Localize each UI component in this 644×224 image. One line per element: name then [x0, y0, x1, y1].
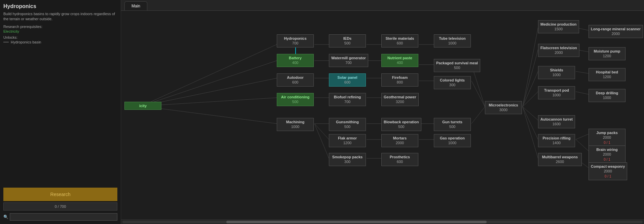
node-name-solar_panel: Solar panel: [331, 75, 364, 80]
tech-node-compact_weaponry[interactable]: Compact weaponry20000 / 1: [589, 162, 627, 180]
tech-node-gunsmithing[interactable]: Gunsmithing500: [329, 118, 366, 131]
tech-node-tube_tv[interactable]: Tube television1000: [434, 34, 471, 47]
scrollbar-container: [121, 219, 644, 224]
tech-node-long_range_scanner[interactable]: Long-range mineral scanner2000: [589, 25, 643, 38]
research-progress: 0 / 700: [3, 202, 117, 211]
search-input[interactable]: [10, 213, 117, 221]
right-panel: Main: [121, 0, 644, 224]
svg-line-32: [523, 107, 538, 120]
tech-node-hospital_bed[interactable]: Hospital bed1200: [589, 68, 626, 81]
tech-node-ieds[interactable]: IEDs500: [329, 34, 366, 47]
tech-node-shields[interactable]: Shields1000: [538, 66, 575, 79]
node-cost-gunsmithing: 500: [331, 124, 364, 129]
node-cost-gas_operation: 1000: [436, 140, 468, 145]
svg-line-40: [576, 139, 589, 151]
tech-node-blowback[interactable]: Blowback operation500: [381, 118, 421, 131]
tech-node-moisture_pump[interactable]: Moisture pump1200: [589, 47, 626, 60]
node-name-air_conditioning: Air conditioning: [279, 95, 311, 99]
node-name-colored_lights: Colored lights: [436, 78, 468, 83]
tech-node-watermill[interactable]: Watermill generator700: [329, 54, 368, 67]
node-name-multibarrel: Multibarrel weapons: [540, 155, 579, 159]
node-progress-brain_wiring: 0 / 1: [604, 158, 610, 161]
tech-node-precision_rifling[interactable]: Precision rifling1400: [538, 134, 575, 147]
tech-node-multibarrel[interactable]: Multibarrel weapons2600: [538, 153, 582, 166]
node-name-jump_packs: Jump packs: [591, 130, 623, 135]
prereq-electricity: Electricity: [3, 29, 117, 33]
node-cost-deep_drilling: 1000: [591, 95, 623, 100]
tech-node-gas_operation[interactable]: Gas operation1000: [434, 134, 471, 147]
node-name-tube_tv: Tube television: [436, 36, 468, 41]
node-cost-battery: 400: [279, 60, 311, 65]
scrollbar-thumb[interactable]: [226, 221, 487, 223]
node-name-hydroponics: Hydroponics: [279, 36, 311, 41]
tech-node-brain_wiring[interactable]: Brain wiring20000 / 1: [589, 146, 626, 163]
research-button[interactable]: Research: [3, 188, 117, 201]
node-cost-long_range_scanner: 2000: [591, 31, 641, 36]
tech-node-microelectronics[interactable]: Microelectronics3000: [485, 101, 522, 114]
tech-node-jump_packs[interactable]: Jump packs20000 / 1: [589, 129, 626, 147]
node-name-nutrient_paste: Nutrient paste: [384, 56, 416, 60]
tech-node-prosthetics[interactable]: Prosthetics600: [381, 153, 418, 166]
node-name-gas_operation: Gas operation: [436, 136, 468, 140]
unlock-item: Hydroponics basin: [3, 40, 117, 44]
node-name-medicine_prod: Medicine production: [540, 22, 577, 27]
node-cost-geothermal: 3200: [384, 99, 416, 104]
tech-description: Build hydroponics basins to rapidly grow…: [3, 11, 117, 22]
tech-node-machining[interactable]: Machining1000: [277, 118, 314, 131]
tech-node-electricity[interactable]: icity: [124, 102, 161, 110]
tech-node-nutrient_paste[interactable]: Nutrient paste400: [381, 54, 418, 67]
node-cost-mortars: 2000: [384, 140, 416, 145]
node-cost-air_conditioning: 500: [279, 99, 311, 104]
tech-node-medicine_prod[interactable]: Medicine production1500: [538, 20, 579, 33]
tech-node-mortars[interactable]: Mortars2000: [381, 134, 418, 147]
tech-node-flak_armor[interactable]: Flak armor1200: [329, 134, 366, 147]
tech-node-biofuel[interactable]: Biofuel refining700: [329, 93, 366, 106]
node-cost-biofuel: 700: [331, 99, 364, 104]
node-name-transport_pod: Transport pod: [540, 88, 573, 93]
svg-line-3: [141, 98, 277, 106]
tech-node-solar_panel[interactable]: Solar panel600: [329, 73, 366, 87]
tech-node-packaged_meal[interactable]: Packaged survival meal500: [434, 59, 480, 72]
tech-node-colored_lights[interactable]: Colored lights300: [434, 76, 471, 89]
node-name-mortars: Mortars: [384, 136, 416, 140]
tech-node-autocannon_turret[interactable]: Autocannon turret1600: [538, 115, 575, 128]
tech-node-battery[interactable]: Battery400: [277, 54, 314, 67]
unlocks-label: Unlocks:: [3, 35, 117, 39]
node-cost-shields: 1000: [540, 72, 573, 77]
tech-title: Hydroponics: [3, 3, 117, 9]
svg-line-12: [314, 124, 329, 158]
node-name-gunsmithing: Gunsmithing: [331, 120, 364, 124]
tech-node-flatscreen_tv[interactable]: Flatscreen television2000: [538, 44, 579, 57]
tech-node-smokepop[interactable]: Smokepop packs300: [329, 153, 366, 166]
node-cost-solar_panel: 600: [331, 80, 364, 85]
node-cost-transport_pod: 1000: [540, 93, 573, 97]
tech-node-hydroponics[interactable]: Hydroponics700: [277, 34, 314, 47]
node-name-biofuel: Biofuel refining: [331, 95, 364, 99]
node-name-autodoor: Autodoor: [279, 75, 311, 80]
tech-node-deep_drilling[interactable]: Deep drilling1000: [589, 89, 626, 102]
svg-line-26: [471, 81, 485, 107]
tech-node-gun_turrets[interactable]: Gun turrets500: [434, 118, 471, 131]
tech-node-sterile_mats[interactable]: Sterile materials600: [381, 34, 418, 47]
svg-line-37: [576, 71, 589, 73]
tech-node-transport_pod[interactable]: Transport pod1000: [538, 86, 575, 99]
svg-line-2: [141, 78, 277, 106]
node-cost-prosthetics: 600: [384, 159, 416, 164]
tech-node-air_conditioning[interactable]: Air conditioning500: [277, 93, 314, 106]
node-cost-jump_packs: 2000: [591, 135, 623, 140]
node-name-autocannon_turret: Autocannon turret: [540, 117, 573, 122]
tech-node-firefoam[interactable]: Firefoam800: [381, 73, 418, 87]
node-cost-autocannon_turret: 1600: [540, 122, 573, 126]
node-cost-colored_lights: 300: [436, 83, 468, 87]
node-name-shields: Shields: [540, 68, 573, 72]
tree-viewport: icityHydroponics700Battery400Autodoor600…: [121, 11, 644, 219]
tech-node-autodoor[interactable]: Autodoor600: [277, 73, 314, 87]
node-cost-moisture_pump: 1200: [591, 54, 623, 58]
node-cost-hydroponics: 700: [279, 41, 311, 45]
tab-main[interactable]: Main: [124, 1, 147, 10]
node-cost-multibarrel: 2600: [540, 159, 579, 164]
node-name-flatscreen_tv: Flatscreen television: [540, 45, 577, 50]
prereq-label: Research prerequisites:: [3, 25, 117, 29]
node-name-precision_rifling: Precision rifling: [540, 136, 573, 140]
tech-node-geothermal[interactable]: Geothermal power3200: [381, 93, 419, 106]
